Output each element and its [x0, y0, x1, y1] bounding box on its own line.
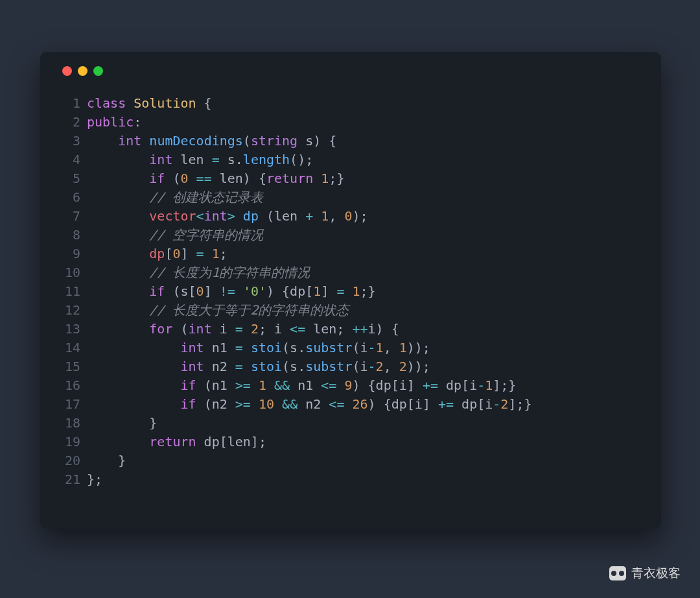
code-line: 21}; — [60, 470, 642, 489]
code-content: // 长度大于等于2的字符串的状态 — [87, 301, 349, 320]
code-line: 5 if (0 == len) {return 1;} — [60, 169, 642, 188]
code-content: int n1 = stoi(s.substr(i-1, 1)); — [87, 339, 430, 357]
code-line: 20 } — [60, 451, 642, 470]
code-line: 18 } — [60, 414, 642, 433]
code-line: 9 dp[0] = 1; — [60, 245, 642, 263]
code-line: 1class Solution { — [60, 94, 642, 113]
line-number: 16 — [60, 376, 87, 395]
code-line: 16 if (n1 >= 1 && n1 <= 9) {dp[i] += dp[… — [60, 376, 642, 395]
code-line: 19 return dp[len]; — [60, 433, 642, 451]
code-content: int len = s.length(); — [87, 150, 313, 169]
code-content: class Solution { — [87, 94, 212, 113]
code-line: 4 int len = s.length(); — [60, 150, 642, 169]
zoom-icon[interactable] — [93, 66, 103, 76]
traffic-lights — [62, 66, 642, 76]
line-number: 11 — [60, 282, 87, 301]
code-content: } — [87, 414, 157, 433]
line-number: 2 — [60, 113, 87, 132]
close-icon[interactable] — [62, 66, 72, 76]
line-number: 20 — [60, 451, 87, 470]
code-content: int numDecodings(string s) { — [87, 132, 336, 150]
code-content: public: — [87, 113, 141, 132]
code-content: // 创建状态记录表 — [87, 188, 263, 207]
line-number: 15 — [60, 357, 87, 376]
minimize-icon[interactable] — [78, 66, 88, 76]
watermark: 青衣极客 — [609, 565, 681, 582]
line-number: 13 — [60, 320, 87, 339]
code-content: for (int i = 2; i <= len; ++i) { — [87, 320, 399, 339]
code-line: 2public: — [60, 113, 642, 132]
code-content: if (n1 >= 1 && n1 <= 9) {dp[i] += dp[i-1… — [87, 376, 516, 395]
line-number: 10 — [60, 263, 87, 282]
code-content: } — [87, 451, 126, 470]
code-content: // 长度为1的字符串的情况 — [87, 263, 310, 282]
line-number: 1 — [60, 94, 87, 113]
code-window: 1class Solution {2public:3 int numDecodi… — [40, 52, 661, 529]
line-number: 6 — [60, 188, 87, 207]
code-line: 10 // 长度为1的字符串的情况 — [60, 263, 642, 282]
code-content: if (s[0] != '0') {dp[1] = 1;} — [87, 282, 376, 301]
line-number: 4 — [60, 150, 87, 169]
line-number: 18 — [60, 414, 87, 433]
code-content: int n2 = stoi(s.substr(i-2, 2)); — [87, 357, 430, 376]
code-block: 1class Solution {2public:3 int numDecodi… — [60, 94, 642, 489]
code-line: 13 for (int i = 2; i <= len; ++i) { — [60, 320, 642, 339]
line-number: 14 — [60, 339, 87, 357]
code-line: 11 if (s[0] != '0') {dp[1] = 1;} — [60, 282, 642, 301]
code-content: return dp[len]; — [87, 433, 266, 451]
wechat-icon — [609, 566, 626, 580]
code-content: dp[0] = 1; — [87, 245, 228, 263]
line-number: 8 — [60, 226, 87, 245]
code-line: 12 // 长度大于等于2的字符串的状态 — [60, 301, 642, 320]
line-number: 12 — [60, 301, 87, 320]
line-number: 19 — [60, 433, 87, 451]
code-content: // 空字符串的情况 — [87, 226, 263, 245]
code-content: if (n2 >= 10 && n2 <= 26) {dp[i] += dp[i… — [87, 395, 532, 414]
code-line: 7 vector<int> dp (len + 1, 0); — [60, 207, 642, 226]
line-number: 5 — [60, 169, 87, 188]
code-line: 17 if (n2 >= 10 && n2 <= 26) {dp[i] += d… — [60, 395, 642, 414]
code-line: 15 int n2 = stoi(s.substr(i-2, 2)); — [60, 357, 642, 376]
line-number: 17 — [60, 395, 87, 414]
code-content: if (0 == len) {return 1;} — [87, 169, 344, 188]
line-number: 7 — [60, 207, 87, 226]
line-number: 21 — [60, 470, 87, 489]
code-line: 6 // 创建状态记录表 — [60, 188, 642, 207]
line-number: 9 — [60, 245, 87, 263]
line-number: 3 — [60, 132, 87, 150]
code-content: }; — [87, 470, 102, 489]
code-line: 3 int numDecodings(string s) { — [60, 132, 642, 150]
watermark-text: 青衣极客 — [631, 565, 681, 582]
code-content: vector<int> dp (len + 1, 0); — [87, 207, 368, 226]
code-line: 14 int n1 = stoi(s.substr(i-1, 1)); — [60, 339, 642, 357]
code-line: 8 // 空字符串的情况 — [60, 226, 642, 245]
